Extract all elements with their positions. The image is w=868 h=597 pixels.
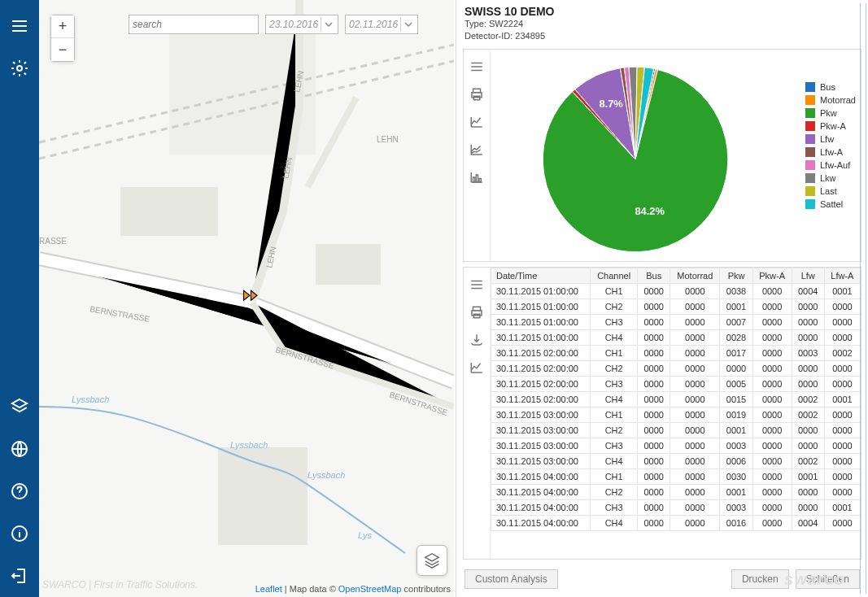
legend-swatch (805, 147, 815, 157)
cell: CH4 (591, 391, 638, 407)
legend-item[interactable]: Lfw-A (805, 146, 856, 159)
globe-icon[interactable] (5, 434, 34, 464)
menu-icon[interactable] (468, 276, 486, 294)
column-header[interactable]: Lfw (792, 268, 824, 283)
chevron-down-icon[interactable] (400, 17, 416, 32)
column-header[interactable]: Lfw-A (824, 268, 860, 283)
column-header[interactable]: Pkw (720, 268, 752, 283)
table-row[interactable]: 30.11.2015 04:00:00CH4000000000016000000… (491, 515, 861, 530)
cell: 0001 (720, 422, 752, 438)
column-header[interactable]: Channel (591, 268, 638, 283)
cell: 0000 (670, 484, 720, 499)
cell: 0000 (824, 360, 860, 376)
cell: 30.11.2015 03:00:00 (491, 422, 591, 438)
chevron-down-icon[interactable] (321, 17, 336, 32)
cell: 0000 (670, 329, 720, 345)
info-icon[interactable] (5, 519, 34, 548)
table-row[interactable]: 30.11.2015 01:00:00CH3000000000007000000… (491, 314, 861, 329)
cell: 0000 (752, 438, 792, 453)
table-row[interactable]: 30.11.2015 01:00:00CH4000000000028000000… (491, 329, 861, 345)
custom-analysis-button[interactable]: Custom Analysis (465, 569, 558, 589)
table-row[interactable]: 30.11.2015 02:00:00CH2000000000000000000… (491, 360, 861, 376)
cell: 0000 (792, 438, 824, 453)
cell: 0000 (752, 298, 792, 314)
table-row[interactable]: 30.11.2015 04:00:00CH3000000000003000000… (491, 499, 861, 515)
table-row[interactable]: 30.11.2015 03:00:00CH1000000000019000000… (491, 407, 861, 422)
leaflet-link[interactable]: Leaflet (255, 584, 282, 594)
cell: 0030 (720, 468, 752, 484)
cell: 0000 (792, 376, 824, 391)
cell: 30.11.2015 02:00:00 (491, 391, 591, 407)
cell: 0000 (638, 283, 670, 298)
cell: 0000 (824, 515, 860, 530)
export-icon[interactable] (468, 331, 486, 349)
legend-item[interactable]: Bus (805, 81, 856, 94)
legend-item[interactable]: Last (805, 185, 856, 198)
cell: 0000 (752, 484, 792, 499)
layer-switch-button[interactable] (417, 545, 447, 576)
print-icon[interactable] (468, 85, 486, 103)
legend-item[interactable]: Sattel (805, 198, 856, 211)
zoom-out-button[interactable]: − (51, 38, 74, 61)
cell: 0000 (638, 314, 670, 329)
column-header[interactable]: Date/Time (491, 268, 591, 283)
print-button[interactable]: Drucken (731, 569, 789, 589)
help-icon[interactable] (5, 477, 34, 506)
table-row[interactable]: 30.11.2015 02:00:00CH3000000000005000000… (491, 376, 861, 391)
date-from[interactable]: 23.10.2016 (265, 15, 338, 34)
close-button[interactable]: Schließen (796, 569, 860, 589)
cell: 0000 (752, 283, 792, 298)
table-row[interactable]: 30.11.2015 03:00:00CH2000000000001000000… (491, 422, 861, 438)
table-row[interactable]: 30.11.2015 03:00:00CH3000000000003000000… (491, 438, 861, 453)
cell: CH1 (591, 468, 638, 484)
chart-card: 84.2%8.7% BusMotorradPkwPkw-ALfwLfw-ALfw… (463, 49, 861, 262)
layers-icon[interactable] (5, 392, 34, 421)
cell: CH3 (591, 438, 638, 453)
svg-rect-28 (479, 178, 481, 182)
svg-text:Lyssbach: Lyssbach (308, 470, 345, 480)
exit-icon[interactable] (5, 561, 34, 590)
cell: 0000 (824, 484, 860, 499)
barchart-icon[interactable] (468, 168, 486, 186)
svg-rect-8 (120, 187, 218, 236)
zoom-in-button[interactable]: + (51, 15, 74, 38)
menu-icon[interactable] (468, 58, 486, 76)
legend-item[interactable]: Lkw (805, 172, 856, 185)
table-scroll[interactable]: Date/TimeChannelBusMotorradPkwPkw-ALfwLf… (491, 268, 861, 559)
table-row[interactable]: 30.11.2015 03:00:00CH4000000000006000000… (491, 453, 861, 468)
cell: 0015 (720, 391, 752, 407)
gear-icon[interactable] (5, 54, 34, 83)
osm-link[interactable]: OpenStreetMap (338, 584, 402, 594)
linechart-icon[interactable] (468, 359, 486, 377)
table-row[interactable]: 30.11.2015 01:00:00CH1000000000038000000… (491, 283, 861, 298)
table-row[interactable]: 30.11.2015 02:00:00CH1000000000017000000… (491, 345, 861, 360)
column-header[interactable]: Bus (638, 268, 670, 283)
legend-label: Bus (820, 82, 835, 92)
multiline-icon[interactable] (468, 141, 486, 159)
menu-icon[interactable] (5, 11, 34, 41)
detail-panel: SWISS 10 DEMO Type: SW2224 Detector-ID: … (456, 0, 868, 597)
date-to-value: 02.11.2016 (349, 19, 398, 30)
legend-item[interactable]: Lfw-Auf (805, 159, 856, 172)
cell: 0000 (824, 422, 860, 438)
legend-item[interactable]: Pkw (805, 107, 856, 120)
linechart-icon[interactable] (468, 113, 486, 131)
date-to[interactable]: 02.11.2016 (345, 15, 418, 34)
table-row[interactable]: 30.11.2015 01:00:00CH2000000000001000000… (491, 298, 861, 314)
legend-item[interactable]: Lfw (805, 133, 856, 146)
legend-item[interactable]: Motorrad (805, 94, 856, 107)
column-header[interactable]: Motorrad (670, 268, 720, 283)
table-row[interactable]: 30.11.2015 04:00:00CH1000000000030000000… (491, 468, 861, 484)
column-header[interactable]: Pkw-A (752, 268, 792, 283)
detail-title: SWISS 10 DEMO (465, 5, 860, 18)
search-input[interactable] (129, 15, 259, 34)
map-panel[interactable]: BERNSTRASSE BERNSTRASSE BERNSTRASSE RASS… (39, 0, 454, 597)
cell: 30.11.2015 04:00:00 (491, 499, 591, 515)
table-row[interactable]: 30.11.2015 02:00:00CH4000000000015000000… (491, 391, 861, 407)
cell: 0000 (670, 298, 720, 314)
cell: 0000 (670, 360, 720, 376)
detector-marker[interactable] (242, 286, 267, 306)
print-icon[interactable] (468, 303, 486, 321)
table-row[interactable]: 30.11.2015 04:00:00CH2000000000001000000… (491, 484, 861, 499)
legend-item[interactable]: Pkw-A (805, 120, 856, 133)
